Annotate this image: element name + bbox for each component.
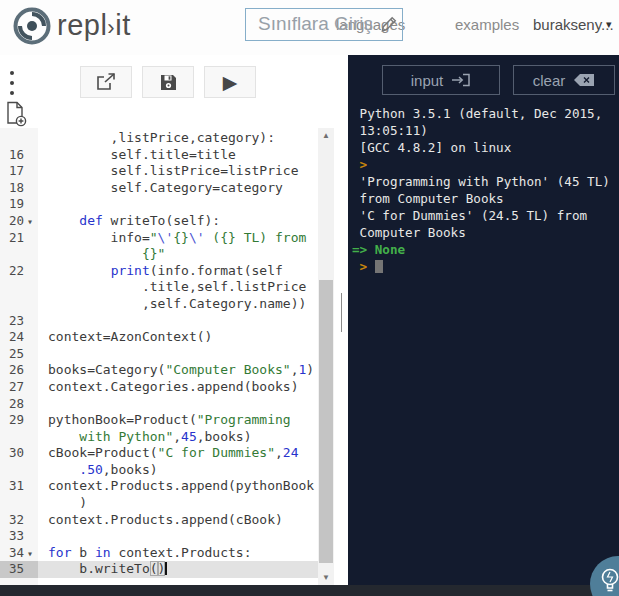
- console-line: >: [352, 258, 618, 275]
- line-number: 31: [0, 478, 38, 495]
- header: repl›it languages examples burakseny... …: [0, 0, 619, 55]
- new-file-icon[interactable]: [5, 101, 27, 127]
- kebab-menu-icon[interactable]: [10, 71, 15, 101]
- code-line: for b in context.Products:: [38, 545, 334, 562]
- code-line: .title,self.listPrice: [38, 279, 334, 296]
- brand-wordmark[interactable]: repl›it: [57, 9, 131, 42]
- code-row[interactable]: 28: [0, 396, 334, 413]
- code-row[interactable]: 17 self.listPrice=listPrice: [0, 163, 334, 180]
- line-number: [0, 495, 38, 512]
- code-editor[interactable]: ,listPrice,category):16 self.title=title…: [0, 128, 348, 585]
- line-number: 27: [0, 379, 38, 396]
- code-row[interactable]: ,listPrice,category):: [0, 130, 334, 147]
- code-row[interactable]: 21 info="\'{}\' ({} TL) from: [0, 230, 334, 247]
- code-line: def writeTo(self):: [38, 213, 334, 230]
- code-line: print(info.format(self: [38, 263, 334, 280]
- line-number: 17: [0, 163, 38, 180]
- code-line: self.Category=category: [38, 180, 334, 197]
- run-icon: ▶: [223, 73, 238, 92]
- code-row[interactable]: with Python",45,books): [0, 429, 334, 446]
- code-line: {}": [38, 246, 334, 263]
- code-line: info="\'{}\' ({} TL) from: [38, 230, 334, 247]
- line-number: [0, 296, 38, 313]
- code-row[interactable]: ,self.Category.name)): [0, 296, 334, 313]
- line-number: 20▾: [0, 213, 38, 230]
- code-line: self.listPrice=listPrice: [38, 163, 334, 180]
- fold-caret-icon[interactable]: ▾: [27, 548, 33, 559]
- scrollbar-thumb[interactable]: [319, 280, 333, 563]
- code-row[interactable]: .title,self.listPrice: [0, 279, 334, 296]
- share-icon: [96, 73, 116, 91]
- share-button[interactable]: [80, 66, 132, 98]
- code-row[interactable]: 29pythonBook=Product("Programming: [0, 412, 334, 429]
- code-row[interactable]: 19: [0, 196, 334, 213]
- code-row[interactable]: 32context.Products.append(cBook): [0, 512, 334, 529]
- code-row[interactable]: ): [0, 495, 334, 512]
- console-pane[interactable]: input clear Python 3.5.1 (default, Dec 2…: [348, 55, 619, 585]
- code-rows: ,listPrice,category):16 self.title=title…: [0, 130, 334, 578]
- clear-button-label: clear: [533, 72, 566, 89]
- scroll-down-icon[interactable]: ▼: [318, 573, 334, 582]
- code-line: context.Categories.append(books): [38, 379, 334, 396]
- code-row[interactable]: 34▾for b in context.Products:: [0, 545, 334, 562]
- code-row[interactable]: 26books=Category("Computer Books",1): [0, 362, 334, 379]
- enter-into-box-icon: [451, 73, 471, 87]
- console-output: Python 3.5.1 (default, Dec 2015, 13:05:1…: [352, 105, 618, 275]
- line-number: 32: [0, 512, 38, 529]
- caret-down-icon[interactable]: ▾: [606, 18, 612, 31]
- repl-title-text[interactable]: Sınıflara Giriş: [258, 13, 373, 35]
- code-row[interactable]: .50,books): [0, 462, 334, 479]
- code-row[interactable]: 30cBook=Product("C for Dummies",24: [0, 445, 334, 462]
- code-row[interactable]: 16 self.title=title: [0, 147, 334, 164]
- scroll-up-icon[interactable]: ▲: [318, 131, 334, 140]
- console-line: 13:05:11): [352, 122, 618, 139]
- console-line: Computer Books: [352, 224, 618, 241]
- pencil-icon[interactable]: [381, 15, 398, 32]
- editor-scrollbar[interactable]: ▲ ▼: [318, 128, 334, 585]
- code-row[interactable]: 25: [0, 346, 334, 363]
- code-row[interactable]: 20▾ def writeTo(self):: [0, 213, 334, 230]
- code-row[interactable]: 35 b.writeTo(): [0, 561, 334, 578]
- console-cursor: [375, 260, 383, 273]
- code-row[interactable]: 31context.Products.append(pythonBook: [0, 478, 334, 495]
- user-menu[interactable]: burakseny...: [533, 16, 614, 33]
- save-button[interactable]: [142, 66, 194, 98]
- code-line: ): [38, 495, 334, 512]
- text-cursor: [165, 562, 167, 575]
- code-line: books=Category("Computer Books",1): [38, 362, 334, 379]
- pane-resize-handle[interactable]: [341, 293, 342, 332]
- code-row[interactable]: 22 print(info.format(self: [0, 263, 334, 280]
- console-line: 'Programming with Python' (45 TL): [352, 173, 618, 190]
- fold-caret-icon[interactable]: ▾: [27, 216, 33, 227]
- code-line: context=AzonContext(): [38, 329, 334, 346]
- code-row[interactable]: 27context.Categories.append(books): [0, 379, 334, 396]
- run-button[interactable]: ▶: [204, 66, 256, 98]
- code-row[interactable]: {}": [0, 246, 334, 263]
- line-number: [0, 246, 38, 263]
- console-line: [GCC 4.8.2] on linux: [352, 139, 618, 156]
- line-number: 30: [0, 445, 38, 462]
- code-row[interactable]: 24context=AzonContext(): [0, 329, 334, 346]
- code-row[interactable]: 33: [0, 528, 334, 545]
- code-row[interactable]: 18 self.Category=category: [0, 180, 334, 197]
- line-number: [0, 279, 38, 296]
- line-number: [0, 429, 38, 446]
- line-number: 19: [0, 196, 38, 213]
- input-button[interactable]: input: [382, 65, 500, 95]
- clear-button[interactable]: clear: [513, 65, 615, 95]
- nav-link-examples[interactable]: examples: [455, 16, 519, 33]
- line-number: 23: [0, 313, 38, 330]
- code-line: ,self.Category.name)): [38, 296, 334, 313]
- code-line: b.writeTo(): [38, 561, 334, 578]
- code-line: pythonBook=Product("Programming: [38, 412, 334, 429]
- replit-logo-icon[interactable]: [12, 6, 52, 46]
- code-line: [38, 396, 334, 413]
- code-row[interactable]: 23: [0, 313, 334, 330]
- input-button-label: input: [411, 72, 444, 89]
- code-line: [38, 528, 334, 545]
- line-number: 34▾: [0, 545, 38, 562]
- line-number: 25: [0, 346, 38, 363]
- code-line: [38, 346, 334, 363]
- code-line: cBook=Product("C for Dummies",24: [38, 445, 334, 462]
- replit-app: repl›it languages examples burakseny... …: [0, 0, 619, 596]
